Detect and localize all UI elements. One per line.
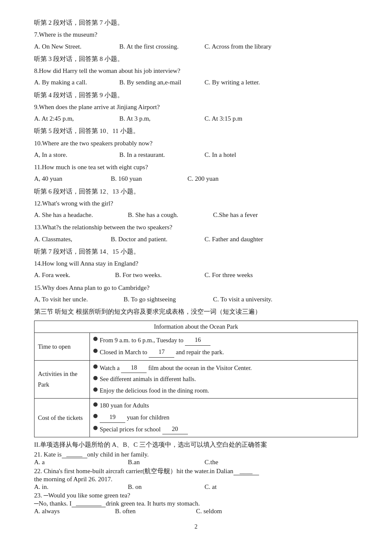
q8-option-b: B. By sending an,e-mail [119, 77, 205, 88]
q9-option-b: B. At 3 p.m, [119, 113, 205, 124]
q8-question: 8.How did Harry tell the woman about his… [34, 65, 358, 76]
q15-option-c: C. To visit a university. [213, 294, 272, 305]
q10-section: 听第 5 段对话，回答第 10、11 小题。 10.Where are the … [34, 125, 358, 184]
q12-question: 12.What's wrong with the girl? [34, 198, 358, 209]
q21-options: A. a B.an C.the [34, 459, 358, 466]
q23-option-c: C. seldom [196, 508, 222, 515]
q7-question: 7.Where is the museum? [34, 29, 358, 40]
q12-option-c: C.She has a fever [213, 209, 258, 220]
q8-header: 听第 3 段对话，回答第 8 小题。 [34, 53, 358, 64]
ocean-park-table: Information about the Ocean Park Time to… [34, 321, 358, 437]
bullet-icon-2 [93, 349, 98, 353]
table-row-cost: Cost of the tickets 180 yuan for Adults … [35, 399, 358, 437]
bullet-icon-1 [93, 337, 98, 341]
blank-16: 16 [185, 335, 210, 346]
q11-options: A, 40 yuan B. 160 yuan C. 200 yuan [34, 173, 358, 184]
table-caption: Information about the Ocean Park [34, 321, 358, 332]
bullet-icon-8 [93, 426, 98, 430]
q14-question: 14.How long will Anna stay in England? [34, 258, 358, 269]
q14-header: 听第 7 段对话，回答第 14、15 小题。 [34, 246, 358, 257]
q9-question: 9.When does the plane arrive at Jinjiang… [34, 101, 358, 113]
blank-q23: ________ [72, 500, 106, 507]
table-label-time: Time to open [35, 333, 90, 360]
q12-section: 听第 6 段对话，回答第 12、13 小题。 12.What's wrong w… [34, 186, 358, 245]
blank-20: 20 [162, 424, 188, 435]
q22-option-c: C. at [205, 483, 216, 491]
q14-section: 听第 7 段对话，回答第 14、15 小题。 14.How long will … [34, 246, 358, 305]
blank-18: 18 [121, 362, 147, 373]
section2-header: II.单项选择从每小题所给的 A、B、C 三个选项中，选出可以填入空白处的正确答… [34, 441, 358, 449]
q11-question: 11.How much is one tea set with eight cu… [34, 162, 358, 173]
section3-header: 第三节 听短文 根据所听到的短文内容及要求完成表格，没空一词（短文读三遍） [34, 306, 358, 317]
q15-question: 15.Why does Anna plan to go to Cambridge… [34, 282, 358, 293]
table-label-activities: Activities in the Park [35, 360, 90, 399]
q13-option-b: B. Doctor and patient. [111, 234, 205, 245]
q12-options: A. She has a headache. B. She has a coug… [34, 209, 358, 220]
cost-bullet-row-3: Special prices for school 20 [93, 424, 354, 435]
q13-option-a: A. Classmates, [34, 234, 111, 245]
table-label-cost: Cost of the tickets [35, 399, 90, 437]
cost-bullet-row-2: 19 yuan for children [93, 412, 354, 423]
q22-question: 22. China's first home-built aircraft ca… [34, 467, 358, 475]
q8-option-a: A. By making a call. [34, 77, 119, 88]
q10-option-c: C. In a hotel [205, 149, 290, 160]
table-cell-cost: 180 yuan for Adults 19 yuan for children… [90, 399, 358, 437]
q21-question: 21. Kate is_____only child in her family… [34, 451, 358, 458]
q10-question: 10.Where are the two speakers probably n… [34, 138, 358, 149]
q13-question: 13.What?s the relationship between the t… [34, 222, 358, 233]
cost-text-1: 180 yuan for Adults [100, 400, 149, 411]
q15-option-b: B. To go sightseeing [124, 294, 213, 305]
blank-22: ____ [233, 468, 259, 475]
activities-text-1: Watch a 18 film about the ocean in the V… [100, 362, 252, 373]
q23-option-a: A. always [34, 508, 115, 515]
q9-section: 听第 4 段对话，回答第 9 小题。 9.When does the plane… [34, 90, 358, 124]
q23-options: A. always B. often C. seldom [34, 508, 358, 515]
q10-options: A, In a store. B. In a restaurant. C. In… [34, 149, 358, 160]
q15-option-a: A, To visit her uncle. [34, 294, 124, 305]
q10-option-a: A, In a store. [34, 149, 119, 160]
q7-option-a: A. On New Street. [34, 41, 119, 52]
q8-option-c: C. By writing a letter. [205, 77, 290, 88]
q22-option-b: B. on [128, 483, 205, 491]
q22-option-a: A. in. [34, 483, 128, 491]
time-bullet-row-2: Closed in March to 17 and repair the par… [93, 347, 354, 358]
q8-options: A. By making a call. B. By sending an,e-… [34, 77, 358, 88]
q11-option-b: B. 160 yuan [111, 173, 187, 184]
blank-17: 17 [149, 347, 174, 358]
q7-header: 听第 2 段对话，回答第 7 小题。 [34, 17, 358, 28]
q9-options: A. At 2:45 p.m, B. At 3 p.m, C. At 3:15 … [34, 113, 358, 124]
q15-options: A, To visit her uncle. B. To go sightsee… [34, 294, 358, 305]
q9-option-a: A. At 2:45 p.m, [34, 113, 119, 124]
q8-section: 听第 3 段对话，回答第 8 小题。 8.How did Harry tell … [34, 53, 358, 88]
page-number: 2 [34, 523, 358, 530]
activities-text-2: See different animals in different halls… [100, 374, 196, 384]
time-bullet-row-1: From 9 a.m. to 6 p.m., Tuesday to 16 [93, 335, 354, 346]
q9-option-c: C. At 3:15 p.m [205, 113, 290, 124]
q7-option-b: B. At the first crossing. [119, 41, 205, 52]
q14-option-a: A. Fora week. [34, 269, 115, 280]
time-text-2: Closed in March to 17 and repair the par… [100, 347, 224, 358]
q12-option-a: A. She has a headache. [34, 209, 128, 220]
table-row-activities: Activities in the Park Watch a 18 film a… [35, 360, 358, 399]
q7-option-c: C. Across from the library [205, 41, 290, 52]
q23-question2: ─No, thanks. I________drink green tea. I… [34, 500, 358, 507]
q13-options: A. Classmates, B. Doctor and patient. C.… [34, 234, 358, 245]
q21-option-b: B.an [128, 459, 205, 466]
bullet-icon-7 [93, 414, 98, 418]
table-cell-time: From 9 a.m. to 6 p.m., Tuesday to 16 Clo… [90, 333, 358, 360]
q23-option-b: B. often [115, 508, 196, 515]
cost-bullet-row-1: 180 yuan for Adults [93, 400, 354, 411]
q7-options: A. On New Street. B. At the first crossi… [34, 41, 358, 52]
bullet-icon-4 [93, 376, 98, 380]
q11-option-c: C. 200 yuan [187, 173, 273, 184]
section2: II.单项选择从每小题所给的 A、B、C 三个选项中，选出可以填入空白处的正确答… [34, 441, 358, 515]
q14-option-b: B. For two weeks. [115, 269, 205, 280]
q21-option-a: A. a [34, 459, 128, 466]
q13-option-c: C. Father and daughter [205, 234, 263, 245]
activities-bullet-row-3: Enjoy the delicious food in the dining r… [93, 385, 354, 396]
bullet-icon-3 [93, 364, 98, 369]
q10-header: 听第 5 段对话，回答第 10、11 小题。 [34, 125, 358, 136]
activities-bullet-row-2: See different animals in different halls… [93, 374, 354, 384]
q14-options: A. Fora week. B. For two weeks. C. For t… [34, 269, 358, 280]
q11-option-a: A, 40 yuan [34, 173, 111, 184]
